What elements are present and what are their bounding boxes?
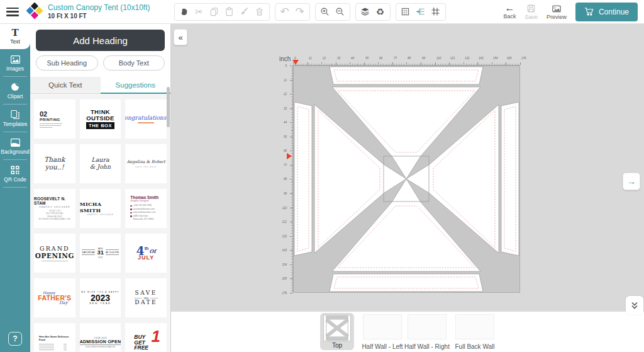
page-subtitle: 10 Ft X 10 FT: [48, 13, 150, 20]
suggestion-tile[interactable]: MICHA SMITH GRAPHIC DESIGNER: [80, 189, 121, 228]
suggestion-tile[interactable]: Here Are Some Delicious Food: [34, 323, 75, 352]
back-arrow-icon: ←: [504, 4, 514, 13]
suggestion-tile[interactable]: TH!NK OUTSIDE THE BOX: [80, 99, 121, 139]
zoom-in-icon[interactable]: [318, 4, 333, 20]
preview-button[interactable]: Preview: [547, 4, 567, 20]
top-view-thumbnail: [323, 315, 351, 341]
ruler-tick-label: 154: [282, 263, 287, 266]
images-icon: [10, 55, 21, 64]
layers-icon[interactable]: [358, 4, 373, 20]
toolbar-grid-group: [396, 3, 446, 21]
view-item-top[interactable]: Top: [320, 313, 354, 350]
undo-icon[interactable]: ↶: [277, 4, 292, 20]
suggestion-tile[interactable]: SAVE the DATE: [125, 278, 167, 317]
sidebar-item-text[interactable]: T Text: [0, 24, 30, 49]
suggestion-tile[interactable]: 02 PRINTING: [34, 99, 75, 139]
full-back-wall-thumbnail: [455, 314, 494, 339]
ruler-tick-label: 176: [521, 57, 526, 60]
sidebar-rail: T Text Images Clipart Templates Backgrou…: [0, 24, 30, 352]
hand-icon[interactable]: [177, 4, 192, 20]
canopy-top-canvas[interactable]: [293, 65, 520, 293]
v-ruler: 0112233445566778899110121132143154165176: [277, 65, 293, 293]
suggestion-tile[interactable]: GRAND OPENING: [34, 234, 75, 273]
view-item-half-wall-right[interactable]: Half Wall - Right: [406, 314, 448, 350]
ruler-tick-label: 11: [309, 57, 312, 60]
sidebar-item-qr-code[interactable]: QR Code: [0, 160, 30, 188]
sidebar-item-clipart[interactable]: Clipart: [0, 77, 30, 105]
ruler-tick-label: 99: [422, 57, 425, 60]
header: Custom Canopy Tent (10x10ft) 10 Ft X 10 …: [0, 0, 644, 24]
page-title: Custom Canopy Tent (10x10ft): [48, 3, 150, 12]
view-item-full-back-wall[interactable]: Full Back Wall: [454, 314, 496, 350]
suggestion-tile[interactable]: WE WISH YOU A HAPPY 2023 NEW YEAR: [80, 278, 121, 317]
copy-icon[interactable]: [207, 4, 222, 20]
sub-heading-button[interactable]: Sub Heading: [36, 55, 98, 71]
ruler-tick-label: 11: [284, 79, 287, 82]
tab-suggestions[interactable]: Suggestions: [101, 77, 171, 94]
text-panel: Add Heading Sub Heading Body Text Quick …: [30, 24, 171, 352]
save-button[interactable]: Save: [525, 4, 538, 20]
brush-icon[interactable]: [237, 4, 252, 20]
sidebar-item-images[interactable]: Images: [0, 49, 30, 77]
body-text-button[interactable]: Body Text: [103, 55, 165, 71]
ruler-tick-label: 165: [507, 57, 512, 60]
delete-icon[interactable]: [252, 4, 267, 20]
suggestion-tile[interactable]: Congratulations..!: [125, 99, 167, 139]
recycle-icon[interactable]: ♻: [373, 4, 388, 20]
brand-logo: [26, 3, 43, 21]
toolbar-edit-group: ✂: [174, 3, 270, 21]
half-wall-left-thumbnail: [363, 314, 402, 339]
suggestion-tile[interactable]: Happy FATHER'S Day: [34, 278, 75, 317]
templates-icon: [10, 110, 20, 120]
preview-icon: [552, 4, 562, 13]
ruler-tick-label: 88: [284, 178, 287, 181]
suggestion-tile[interactable]: SATURDAY AUG31 AT 4:00 PM 2023: [80, 234, 121, 273]
ruler-tick-label: 99: [284, 192, 287, 195]
suggestion-tile[interactable]: BUY GET FREE 1: [125, 323, 167, 352]
tab-quick-text[interactable]: Quick Text: [30, 77, 101, 94]
ruler-tick-label: 66: [284, 149, 287, 152]
save-icon: [526, 4, 536, 13]
background-icon: [10, 138, 21, 147]
menu-icon[interactable]: [6, 8, 19, 16]
ruler-tick-label: 44: [284, 121, 287, 124]
suggestion-tile[interactable]: ROOSEVELT N. STAM GRAPHIC DESIGNER 718-8…: [34, 189, 75, 228]
next-view-button[interactable]: →: [623, 173, 640, 190]
sidebar-item-background[interactable]: Background: [0, 132, 30, 160]
continue-button[interactable]: Continue: [575, 3, 638, 21]
redo-icon[interactable]: ↷: [292, 4, 308, 20]
view-selector-bar: Top Half Wall - Left Half Wall - Right F…: [171, 311, 644, 352]
suggestions-grid: 02 PRINTING TH!NK OUTSIDE THE BOX Congra…: [30, 94, 170, 352]
panel-scrollbar[interactable]: [167, 87, 170, 127]
back-button[interactable]: ← Back: [503, 4, 516, 20]
collapse-views-button[interactable]: [626, 296, 643, 315]
suggestion-tile[interactable]: Thomas Smith Graphic Designer +000 123 4…: [125, 189, 167, 228]
suggestion-tile[interactable]: 4 th Of JULY: [125, 234, 167, 273]
zoom-out-icon[interactable]: [333, 4, 348, 20]
ruler-tick-label: 55: [365, 57, 369, 60]
ruler-tick-label: 33: [337, 57, 340, 60]
suggestion-tile[interactable]: YOUR 2023 ADMISSION OPEN NOW OPEN FOR RE…: [80, 323, 121, 352]
measure-icon[interactable]: [428, 4, 443, 20]
ruler-tick-label: 143: [479, 57, 484, 60]
paste-icon[interactable]: [222, 4, 237, 20]
header-actions: ← Back Save Preview Continue: [503, 3, 638, 21]
half-wall-right-thumbnail: [408, 314, 447, 339]
grid-icon[interactable]: [398, 4, 413, 20]
view-item-half-wall-left[interactable]: Half Wall - Left: [362, 314, 403, 350]
suggestion-tile[interactable]: Laura & John: [80, 144, 121, 183]
h-ruler-marker[interactable]: [292, 60, 299, 65]
ruler-tick-label: 132: [465, 57, 470, 60]
add-heading-button[interactable]: Add Heading: [36, 30, 165, 51]
help-button[interactable]: ?: [8, 332, 22, 346]
v-ruler-marker[interactable]: [287, 153, 292, 159]
ruler-tick-label: 55: [284, 135, 287, 139]
collapse-panel-button[interactable]: «: [174, 29, 187, 45]
suggestion-tile[interactable]: Thank you..!: [34, 144, 75, 183]
ruler-tick-label: 121: [282, 220, 287, 224]
cut-icon[interactable]: ✂: [192, 4, 207, 20]
snap-icon[interactable]: [413, 4, 428, 20]
sidebar-item-templates[interactable]: Templates: [0, 105, 30, 132]
suggestion-tile[interactable]: Angelina & Robert save the date: [125, 144, 167, 183]
ruler-tick-label: 33: [284, 107, 287, 110]
